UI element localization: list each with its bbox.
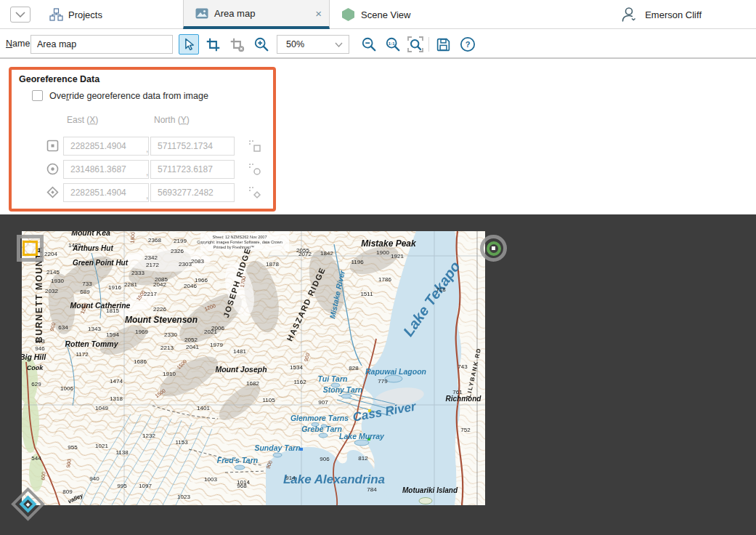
map-label: 1172 — [76, 351, 89, 358]
map-label: Fred's Tarn — [217, 456, 258, 464]
map-label: 689 — [80, 289, 90, 295]
map-label: 2281 — [124, 281, 137, 288]
map-label: 1900 — [376, 249, 389, 256]
map-label: Glenmore Tarns — [290, 414, 349, 422]
map-label: 1401 — [197, 405, 210, 411]
georef-marker-top-right[interactable] — [480, 235, 507, 262]
map-label: 1023 — [177, 494, 190, 500]
chevron-down-icon — [335, 42, 343, 47]
zoom-out-button[interactable] — [359, 34, 379, 55]
east-x-input-2[interactable]: 2314861.3687 — [63, 160, 149, 179]
map-label: 1786 — [378, 276, 391, 283]
zoom-fit-icon — [407, 36, 424, 53]
user-menu[interactable]: Emerson Cliff — [620, 0, 702, 29]
map-label: 761 — [452, 389, 463, 395]
map-label: 2330 — [164, 331, 177, 338]
map-label: Mount Stevenson — [125, 315, 198, 325]
map-label: 1682 — [246, 380, 259, 387]
map-label: 968 — [237, 483, 247, 489]
east-x-input-3[interactable]: 2282851.4904 — [63, 183, 149, 202]
toolbar-separator — [428, 37, 429, 52]
zoom-in-button[interactable] — [251, 34, 272, 55]
close-tab-icon[interactable]: × — [315, 8, 322, 19]
tab-area-map[interactable]: Area map × — [183, 0, 330, 29]
map-label: 812 — [358, 455, 368, 462]
map-label: 1162 — [293, 379, 306, 385]
crop-remove-icon — [229, 37, 245, 52]
east-x-input-1[interactable]: 2282851.4904 — [63, 137, 149, 156]
override-checkbox-row[interactable]: Override georeference data from image — [32, 90, 208, 101]
map-label: 634 — [58, 324, 68, 331]
map-label: 1842 — [320, 250, 333, 257]
north-y-input-3[interactable]: 5693277.2482 — [150, 183, 235, 202]
georef-row-top-left: 2282851.4904 , 5711752.1734 — [12, 137, 273, 156]
north-y-input-1[interactable]: 5711752.1734 — [150, 137, 235, 156]
north-column-header: North (Y) — [154, 115, 190, 125]
zoom-level-select[interactable]: 50% — [277, 35, 349, 54]
crop-tool-button[interactable] — [203, 34, 223, 55]
georef-row-bottom-left: 2282851.4904 , 5693277.2482 — [12, 183, 273, 202]
map-label: 2303 — [179, 261, 192, 268]
map-label: 2333 — [131, 270, 145, 276]
map-label: 828 — [349, 365, 359, 371]
map-label: 914 — [285, 475, 296, 481]
map-label: 1021 — [95, 443, 108, 449]
coordinate-separator: , — [146, 167, 148, 177]
map-image[interactable]: Sheet: 12 NZMS262 Nov 2007Copyright: ima… — [22, 231, 485, 505]
map-label: 1686 — [134, 358, 147, 365]
nav-projects[interactable]: Projects — [49, 0, 102, 29]
pick-square-from-map-button[interactable] — [248, 140, 261, 153]
zoom-one-to-one-icon: 1:1 — [385, 36, 401, 52]
map-label: 1105 — [262, 397, 275, 403]
map-label: 2172 — [146, 262, 159, 268]
map-label: Mount Joseph — [215, 365, 267, 374]
save-button[interactable] — [433, 34, 453, 55]
map-label: 2042 — [153, 281, 166, 288]
zoom-to-fit-button[interactable] — [405, 34, 426, 55]
projects-label: Projects — [68, 9, 102, 20]
expand-menu-button[interactable] — [10, 7, 31, 23]
map-label: 1969 — [135, 329, 148, 335]
map-label: 1930 — [51, 278, 64, 284]
map-label: 2199 — [174, 238, 187, 244]
map-label: Copyright: images Forster Software, data… — [197, 240, 283, 244]
zoom-actual-size-button[interactable]: 1:1 — [383, 34, 403, 55]
map-label: 995 — [117, 483, 127, 489]
georef-marker-top-left[interactable] — [17, 235, 44, 262]
user-icon — [620, 6, 638, 23]
map-label: 2226 — [153, 306, 166, 313]
remove-crop-button[interactable] — [227, 34, 247, 55]
map-label: 1425 — [68, 242, 81, 249]
map-label: 1979 — [210, 342, 223, 348]
square-point-icon — [46, 140, 59, 152]
coordinate-separator: , — [146, 144, 148, 154]
map-label: 2145 — [46, 269, 60, 275]
map-label: 1003 — [204, 476, 217, 483]
map-label: 940 — [89, 475, 99, 482]
map-label: 1474 — [110, 378, 123, 385]
zoom-level-value: 50% — [286, 39, 304, 49]
map-label: 1815 — [106, 307, 119, 314]
map-label: 779 — [378, 378, 388, 385]
map-label: 752 — [460, 427, 471, 433]
name-label: Name: — [6, 39, 33, 49]
help-button[interactable]: ? — [458, 34, 478, 55]
georeference-panel: Georeference Data Override georeference … — [9, 67, 276, 212]
pick-circle-from-map-button[interactable] — [248, 163, 261, 176]
select-tool-button[interactable] — [179, 34, 199, 55]
north-y-input-2[interactable]: 5711723.6187 — [150, 160, 235, 179]
map-label: 718 — [436, 286, 446, 293]
map-label: Lake Murray — [339, 432, 385, 441]
coordinate-separator: , — [146, 190, 148, 201]
tab-scene-view[interactable]: Scene View — [341, 0, 410, 29]
map-label: 2368 — [148, 237, 161, 244]
map-label: Mount Catherine — [70, 301, 131, 310]
map-label: Big Hill — [22, 353, 46, 361]
zoom-in-icon — [253, 36, 269, 52]
map-label: Richmond — [446, 395, 482, 403]
pick-diamond-from-map-button[interactable] — [248, 186, 261, 199]
override-checkbox[interactable] — [32, 90, 43, 101]
app-window: { "header": { "projects_label": "Project… — [0, 0, 756, 535]
name-input[interactable] — [31, 35, 173, 54]
map-label: 1153 — [175, 439, 188, 446]
